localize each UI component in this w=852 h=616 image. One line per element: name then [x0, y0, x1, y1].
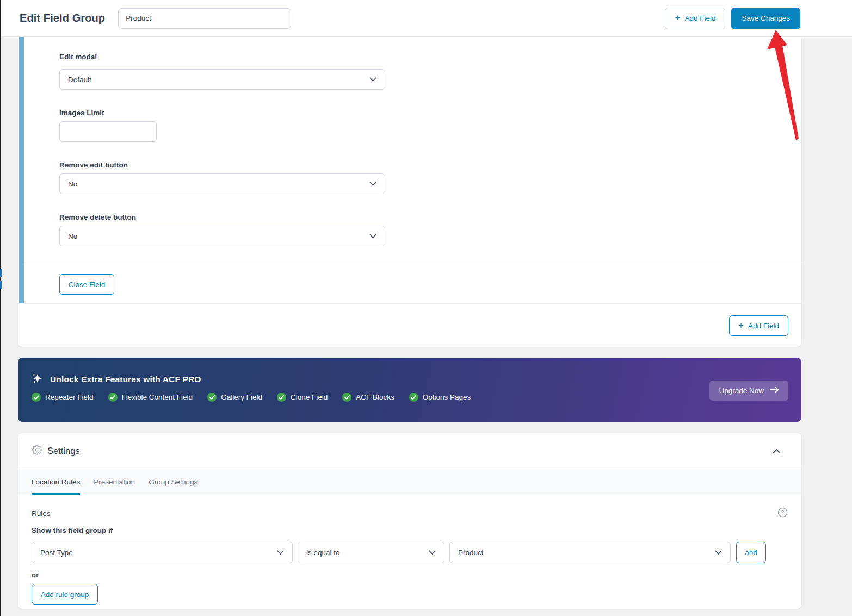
chevron-down-icon — [277, 550, 284, 555]
chevron-down-icon — [369, 182, 376, 186]
plus-icon: + — [675, 13, 680, 22]
admin-edge-marker — [0, 269, 2, 277]
remove-delete-button-label: Remove delete button — [59, 213, 136, 221]
check-circle-icon — [108, 393, 118, 402]
admin-screen-edge — [0, 0, 1, 616]
check-circle-icon — [32, 393, 41, 402]
check-circle-icon — [409, 393, 418, 402]
plus-icon: + — [738, 321, 744, 330]
close-field-button[interactable]: Close Field — [59, 274, 114, 295]
rule-param-select[interactable]: Post Type — [32, 542, 293, 563]
feature-item: ACF Blocks — [342, 393, 394, 402]
rules-heading: Rules — [32, 509, 788, 518]
rule-row: Post Type is equal to Product and — [32, 542, 788, 563]
tab-presentation[interactable]: Presentation — [94, 469, 135, 495]
feature-item: Options Pages — [409, 393, 471, 402]
admin-edge-marker — [0, 281, 2, 289]
field-accent-bar — [19, 37, 24, 303]
feature-item: Flexible Content Field — [108, 393, 193, 402]
panel-divider — [24, 264, 801, 264]
field-settings-panel: Edit modal Default Images Limit Remove e… — [18, 37, 801, 347]
chevron-down-icon — [715, 550, 722, 555]
rule-operator-select[interactable]: is equal to — [298, 542, 444, 563]
check-circle-icon — [342, 393, 351, 402]
check-circle-icon — [207, 393, 217, 402]
settings-title: Settings — [47, 446, 80, 456]
question-circle-icon[interactable]: ? — [777, 507, 788, 520]
show-field-group-if-label: Show this field group if — [32, 526, 788, 534]
remove-edit-button-select[interactable]: No — [59, 173, 385, 194]
check-circle-icon — [277, 393, 286, 402]
chevron-down-icon — [369, 234, 376, 239]
feature-item: Clone Field — [277, 393, 328, 402]
remove-edit-button-label: Remove edit button — [59, 161, 128, 169]
panel-divider — [18, 303, 801, 304]
upgrade-now-button[interactable]: Upgrade Now — [709, 381, 788, 401]
tab-group-settings[interactable]: Group Settings — [149, 469, 197, 495]
add-field-button[interactable]: + Add Field — [665, 8, 725, 29]
svg-text:?: ? — [781, 509, 785, 515]
location-rules-body: Rules ? Show this field group if Post Ty… — [18, 495, 801, 605]
pro-banner-title: Unlock Extra Features with ACF PRO — [50, 375, 201, 384]
feature-item: Gallery Field — [207, 393, 262, 402]
edit-modal-label: Edit modal — [59, 53, 97, 61]
pro-feature-list: Repeater Field Flexible Content Field Ga… — [32, 393, 471, 402]
gear-icon — [32, 445, 42, 457]
remove-delete-button-select[interactable]: No — [59, 226, 385, 246]
edit-modal-select[interactable]: Default — [59, 69, 385, 90]
chevron-down-icon — [369, 77, 376, 82]
save-changes-button[interactable]: Save Changes — [731, 8, 800, 29]
and-rule-button[interactable]: and — [736, 542, 766, 563]
settings-panel: Settings Location Rules Presentation Gro… — [18, 433, 801, 609]
header-actions: + Add Field Save Changes — [665, 8, 800, 29]
settings-header[interactable]: Settings — [18, 433, 801, 469]
add-rule-group-button[interactable]: Add rule group — [32, 584, 98, 605]
images-limit-label: Images Limit — [59, 109, 104, 117]
settings-tabs: Location Rules Presentation Group Settin… — [18, 469, 801, 495]
tab-location-rules[interactable]: Location Rules — [32, 469, 80, 495]
edit-field-group-header: Edit Field Group + Add Field Save Change… — [0, 0, 852, 37]
page-title: Edit Field Group — [20, 12, 105, 24]
feature-item: Repeater Field — [32, 393, 94, 402]
field-group-title-input[interactable] — [118, 8, 291, 29]
chevron-up-icon[interactable] — [773, 449, 781, 454]
arrow-right-icon — [770, 387, 779, 395]
images-limit-input[interactable] — [59, 121, 157, 142]
chevron-down-icon — [429, 550, 436, 555]
rule-value-select[interactable]: Product — [449, 542, 731, 563]
sparkle-icon — [32, 372, 44, 387]
or-label: or — [32, 571, 788, 579]
add-field-bottom-button[interactable]: + Add Field — [729, 315, 788, 336]
acf-pro-banner: Unlock Extra Features with ACF PRO Repea… — [18, 358, 801, 422]
